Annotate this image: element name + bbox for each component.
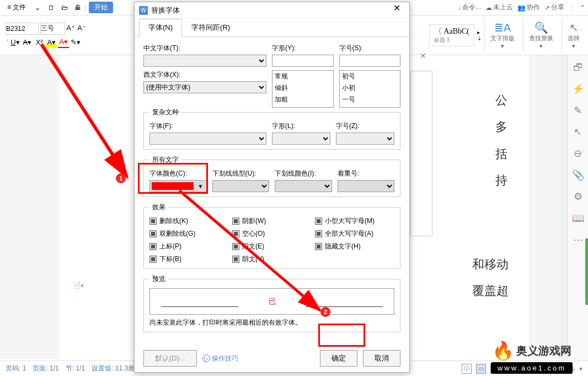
hollow-check[interactable]: 空心(O): [232, 229, 312, 239]
style-listbox[interactable]: 常规 倾斜 加粗: [272, 70, 334, 108]
new-icon[interactable]: 🗋: [46, 2, 57, 13]
underline-style-label: 下划线线型(U):: [212, 169, 270, 178]
doc-line: 公: [495, 87, 507, 114]
find-replace-icon[interactable]: 🔍: [534, 21, 548, 34]
double-strike-check[interactable]: 双删除线(G): [149, 229, 229, 239]
highlight-btn[interactable]: A▾: [46, 37, 57, 48]
complex-style-label: 字形(L):: [272, 121, 330, 131]
select-icon[interactable]: ↖: [569, 21, 579, 34]
ok-button[interactable]: 确定: [320, 350, 357, 367]
watermark-logo: 🔥 奥义游戏网 www.aoe1.com: [477, 340, 587, 374]
doc-line: 和移动: [472, 251, 509, 278]
engrave-check[interactable]: 阴文(V): [232, 255, 312, 264]
all-caps-check[interactable]: 全部大写字母(A): [315, 229, 394, 239]
sidebar-pen-icon[interactable]: ✎: [571, 104, 585, 117]
dialog-titlebar[interactable]: W 替换字体 ✕: [135, 2, 409, 19]
coop-btn[interactable]: 👥 协作: [517, 3, 540, 12]
open-icon[interactable]: 🗁: [59, 2, 70, 13]
western-font-select[interactable]: (使用中文字体): [143, 81, 266, 93]
font-size-select[interactable]: [40, 23, 65, 35]
size-listbox[interactable]: 初号 小初 一号: [339, 70, 401, 108]
chinese-font-label: 中文字体(T):: [143, 44, 266, 53]
doc-line: 多: [495, 114, 507, 140]
command-btn[interactable]: ↓ 命令...: [458, 3, 481, 12]
file-menu[interactable]: 文件: [3, 2, 30, 13]
default-button[interactable]: 默认(D)...: [143, 350, 197, 367]
doc-line: 覆盖超: [472, 278, 509, 304]
sidebar-gear-icon[interactable]: ⚙: [571, 190, 585, 203]
emphasis-select[interactable]: [338, 180, 395, 192]
style-input[interactable]: [272, 55, 334, 67]
text-layout-label: 文字排版: [490, 34, 515, 43]
collapse-ribbon[interactable]: ⌃: [580, 4, 585, 12]
tab-font[interactable]: 字体(N): [139, 19, 182, 37]
tab-start[interactable]: 开始: [89, 2, 113, 13]
annotation-badge-2: 2: [320, 307, 330, 317]
green-accent-bar: [585, 239, 588, 305]
increase-font-icon[interactable]: A⁺: [65, 23, 76, 34]
emboss-check[interactable]: 阳文(E): [232, 242, 312, 251]
underline-color-select[interactable]: [275, 180, 332, 192]
status-page-num[interactable]: 页码: 1: [6, 364, 26, 373]
sidebar-app-icon[interactable]: 🗗: [571, 61, 585, 74]
dialog-close-btn[interactable]: ✕: [388, 3, 405, 18]
chinese-font-select[interactable]: [143, 55, 266, 67]
superscript-check[interactable]: 上标(P): [149, 242, 229, 251]
print-icon[interactable]: 🖶: [72, 2, 83, 13]
format-painter-icon[interactable]: ✎▾: [70, 37, 81, 48]
replace-font-dialog: W 替换字体 ✕ 字体(N) 字符间距(R) 中文字体(T): 字形(Y): 字…: [134, 2, 410, 373]
status-section[interactable]: 节: 1/1: [66, 364, 85, 373]
complex-size-select[interactable]: [336, 133, 394, 145]
sidebar-book-icon[interactable]: 📖: [571, 211, 585, 225]
complex-size-label: 字号(Z):: [336, 121, 394, 131]
complex-font-select[interactable]: [149, 133, 266, 145]
font-color-btn[interactable]: A▾: [58, 37, 69, 48]
cancel-button[interactable]: 取消: [363, 350, 400, 367]
font-name-select[interactable]: [6, 23, 39, 35]
underline-style-select[interactable]: [212, 180, 270, 192]
cloud-status[interactable]: ☁ 未上云: [485, 3, 513, 12]
dialog-title: 替换字体: [151, 6, 180, 15]
decrease-font-icon[interactable]: A⁻: [76, 23, 87, 34]
hidden-check[interactable]: 隐藏文字(H): [315, 242, 394, 251]
find-replace-label: 查找替换: [529, 34, 553, 43]
superscript-btn[interactable]: X²: [34, 37, 45, 48]
dropdown-caret[interactable]: ⌄: [30, 3, 45, 13]
effects-legend: 效果: [149, 203, 168, 212]
status-info-icon[interactable]: ⓘ: [462, 364, 472, 374]
strikethrough-check[interactable]: 删除线(K): [149, 216, 229, 226]
dialog-w-icon: W: [139, 6, 148, 15]
page-indicator-icon: 📄▸: [73, 282, 84, 289]
tips-link[interactable]: ▷操作技巧: [202, 354, 238, 363]
preview-hint: 尚未安装此字体，打印时将采用最相近的有效字体。: [149, 318, 394, 327]
strike-btn[interactable]: A▾: [22, 37, 33, 48]
panel-close-icon[interactable]: ✕: [420, 51, 426, 60]
sidebar-settings-icon[interactable]: ⊖: [571, 147, 585, 160]
text-layout-icon[interactable]: ≣A: [494, 21, 511, 34]
complex-style-select[interactable]: [272, 133, 330, 145]
scrollbar-track[interactable]: [559, 55, 567, 359]
small-caps-check[interactable]: 小型大写字母(M): [315, 216, 394, 226]
sidebar-cursor-icon[interactable]: ↖: [571, 125, 585, 139]
style-label: 字形(Y):: [272, 44, 334, 53]
font-color-dropdown[interactable]: ▼: [149, 180, 207, 192]
status-page[interactable]: 页面: 1/1: [33, 364, 58, 373]
subscript-check[interactable]: 下标(B): [149, 255, 229, 264]
share-btn[interactable]: ↗ 分享: [544, 3, 564, 12]
shadow-check[interactable]: 阴影(W): [232, 216, 312, 226]
underline-btn[interactable]: U▾: [9, 37, 20, 48]
sidebar-more-icon[interactable]: ⋯: [571, 233, 585, 246]
doc-line: 持: [495, 167, 507, 194]
size-label: 字号(S):: [339, 44, 401, 53]
style-preview[interactable]: 〈 AaBbC( 标题 3: [429, 24, 474, 46]
size-input[interactable]: [339, 55, 401, 67]
flame-icon: 🔥: [492, 340, 514, 361]
emphasis-label: 着重号:: [338, 169, 395, 178]
doc-line: 括: [495, 141, 507, 167]
select-label: 选择: [568, 34, 580, 43]
sidebar-clip-icon[interactable]: 📎: [571, 168, 585, 182]
preview-box: 已: [149, 288, 394, 315]
preview-legend: 预览: [149, 274, 168, 284]
tab-spacing[interactable]: 字符间距(R): [182, 19, 239, 36]
sidebar-rocket-icon[interactable]: ⚡: [571, 82, 585, 96]
